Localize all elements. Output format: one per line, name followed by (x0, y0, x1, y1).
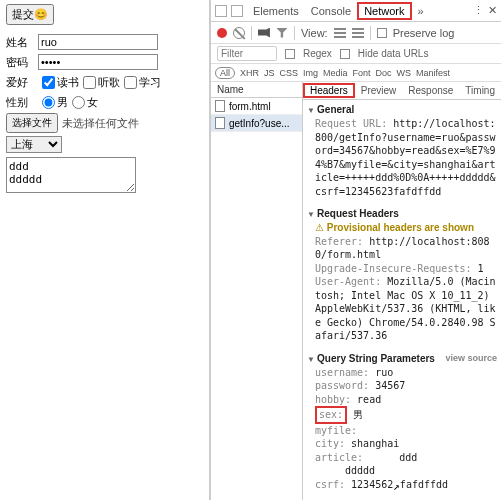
type-img[interactable]: Img (303, 68, 318, 78)
submit-button[interactable]: 提交😊 (6, 4, 54, 25)
request-item[interactable]: form.html (211, 98, 302, 115)
regex-checkbox[interactable] (285, 49, 295, 59)
upgrade-key: Upgrade-Insecure-Requests: (315, 263, 472, 274)
request-details: Headers Preview Response Timing General … (303, 82, 501, 500)
capture-icon[interactable] (258, 28, 270, 38)
request-headers-title[interactable]: Request Headers (307, 208, 497, 219)
type-media[interactable]: Media (323, 68, 348, 78)
provisional-warning: Provisional headers are shown (315, 221, 497, 235)
clear-icon[interactable] (233, 27, 245, 39)
name-label: 姓名 (6, 35, 38, 50)
type-doc[interactable]: Doc (376, 68, 392, 78)
web-page: 提交😊 姓名 密码 爱好 读书 听歌 学习 性别 男 女 选择文件 未选择任何文… (0, 0, 210, 500)
regex-label: Regex (303, 48, 332, 59)
param-sex-value: 男 (353, 409, 363, 420)
param-csrf-value: 1234562fafdffdd (351, 479, 448, 490)
view-small-icon[interactable] (352, 28, 364, 38)
preserve-log-label: Preserve log (393, 27, 455, 39)
param-password-value: 34567 (375, 380, 405, 391)
referer-key: Referer: (315, 236, 363, 247)
hideurls-checkbox[interactable] (340, 49, 350, 59)
param-hobby-value: read (357, 394, 381, 405)
tab-more[interactable]: » (412, 5, 430, 17)
filter-icon[interactable] (276, 28, 288, 38)
detail-tab-headers[interactable]: Headers (303, 83, 355, 98)
hobby-read-checkbox[interactable] (42, 76, 55, 89)
document-icon (215, 117, 225, 129)
sex-male-label: 男 (57, 95, 68, 110)
tab-console[interactable]: Console (305, 5, 357, 17)
view-label: View: (301, 27, 328, 39)
article-textarea[interactable]: ddd ddddd (6, 157, 136, 193)
network-toolbar: View: Preserve log (211, 22, 501, 44)
param-password-key: password: (315, 380, 369, 391)
cursor-icon (393, 478, 400, 493)
param-username-value: ruo (375, 367, 393, 378)
upgrade-value: 1 (478, 263, 484, 274)
sex-label: 性别 (6, 95, 38, 110)
view-source-link[interactable]: view source (445, 353, 497, 363)
general-section-title[interactable]: General (307, 104, 497, 115)
city-select[interactable]: 上海 (6, 136, 62, 153)
query-params-title[interactable]: Query String Parameters view source (307, 353, 497, 364)
devtools-tabs: Elements Console Network » ⋮ ✕ (211, 0, 501, 22)
request-item[interactable]: getInfo?use... (211, 115, 302, 132)
ua-key: User-Agent: (315, 276, 381, 287)
param-hobby-key: hobby: (315, 394, 351, 405)
request-name: form.html (229, 101, 271, 112)
hobby-music-checkbox[interactable] (83, 76, 96, 89)
hobby-study-label: 学习 (139, 75, 161, 90)
tab-elements[interactable]: Elements (247, 5, 305, 17)
name-header: Name (211, 82, 302, 98)
param-city-key: city: (315, 438, 345, 449)
view-large-icon[interactable] (334, 28, 346, 38)
hobby-read-label: 读书 (57, 75, 79, 90)
type-css[interactable]: CSS (279, 68, 298, 78)
record-icon[interactable] (217, 28, 227, 38)
param-myfile-key: myfile: (315, 425, 357, 436)
choose-file-button[interactable]: 选择文件 (6, 113, 58, 133)
hobby-study-checkbox[interactable] (124, 76, 137, 89)
detail-tab-response[interactable]: Response (402, 85, 459, 96)
inspect-icon[interactable] (215, 5, 227, 17)
param-username-key: username: (315, 367, 369, 378)
request-url-value: http://localhost:800/getInfo?username=ru… (315, 118, 496, 197)
kebab-icon[interactable]: ⋮ (473, 4, 484, 17)
detail-tabs: Headers Preview Response Timing (303, 82, 501, 100)
password-label: 密码 (6, 55, 38, 70)
no-file-label: 未选择任何文件 (62, 116, 139, 131)
filter-bar: Regex Hide data URLs (211, 44, 501, 64)
devtools-panel: Elements Console Network » ⋮ ✕ View: Pre… (210, 0, 501, 500)
document-icon (215, 100, 225, 112)
request-url-key: Request URL: (315, 118, 387, 129)
detail-tab-preview[interactable]: Preview (355, 85, 403, 96)
tab-network[interactable]: Network (357, 2, 411, 20)
param-article-key: article: (315, 452, 363, 463)
detail-tab-timing[interactable]: Timing (459, 85, 501, 96)
type-ws[interactable]: WS (397, 68, 412, 78)
param-sex-key: sex: (315, 406, 347, 424)
type-all[interactable]: All (215, 67, 235, 79)
hobby-label: 爱好 (6, 75, 38, 90)
request-list: Name form.html getInfo?use... (211, 82, 303, 500)
sex-female-label: 女 (87, 95, 98, 110)
hobby-music-label: 听歌 (98, 75, 120, 90)
filter-input[interactable] (217, 46, 277, 61)
param-csrf-key: csrf: (315, 479, 345, 490)
type-filter-bar: All XHR JS CSS Img Media Font Doc WS Man… (211, 64, 501, 82)
password-input[interactable] (38, 54, 158, 70)
preserve-log-checkbox[interactable] (377, 28, 387, 38)
close-icon[interactable]: ✕ (488, 4, 497, 17)
type-manifest[interactable]: Manifest (416, 68, 450, 78)
type-js[interactable]: JS (264, 68, 275, 78)
request-name: getInfo?use... (229, 118, 290, 129)
sex-male-radio[interactable] (42, 96, 55, 109)
name-input[interactable] (38, 34, 158, 50)
type-font[interactable]: Font (353, 68, 371, 78)
sex-female-radio[interactable] (72, 96, 85, 109)
hideurls-label: Hide data URLs (358, 48, 429, 59)
device-icon[interactable] (231, 5, 243, 17)
type-xhr[interactable]: XHR (240, 68, 259, 78)
param-city-value: shanghai (351, 438, 399, 449)
